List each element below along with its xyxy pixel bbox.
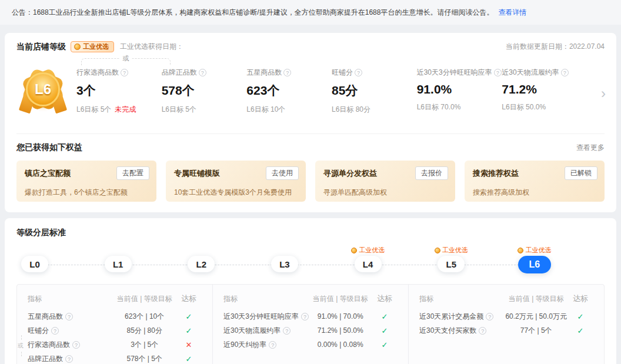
level-metrics: 或 行家选商品数? 3个 L6目标 5个未完成 品牌正品数? 578个 L6目标… bbox=[76, 68, 587, 115]
benefit-title: 寻源单分发权益 bbox=[323, 169, 377, 178]
header-metric: 指标 bbox=[28, 294, 113, 304]
benefits-more-link[interactable]: 查看更多 bbox=[576, 143, 605, 153]
table-row: 近30天累计交易金额? 60.2万元 | 50.0万元 ✓ bbox=[419, 309, 593, 323]
medal-icon bbox=[518, 248, 523, 253]
benefit-card-search-recommend: 搜索推荐权益 已解锁 搜索推荐高级加权 bbox=[465, 161, 605, 202]
table-row: 旺铺分? 85分 | 80分 ✓ bbox=[28, 323, 202, 338]
benefit-action-unlocked-button[interactable]: 已解锁 bbox=[565, 166, 597, 180]
question-icon[interactable]: ? bbox=[486, 313, 493, 320]
question-icon[interactable]: ? bbox=[479, 327, 486, 335]
header-pass: 达标 bbox=[176, 293, 202, 304]
table-row: 品牌正品数? 578个 | 5个 ✓ bbox=[28, 352, 202, 364]
benefit-card-shop-template: 专属旺铺模版 去使用 10套工业优选专属模版3个月免费使用 bbox=[166, 161, 306, 202]
level-pill-l3[interactable]: L3 bbox=[271, 256, 298, 272]
benefit-action-quote-button[interactable]: 去报价 bbox=[415, 166, 448, 180]
level-pill-l1[interactable]: L1 bbox=[105, 256, 132, 272]
metric-target: L6目标 5个 bbox=[76, 105, 111, 113]
header-metric: 指标 bbox=[419, 294, 505, 304]
level-pill-l5[interactable]: L5 bbox=[438, 256, 465, 272]
level-item-l6: 工业优选 L6 bbox=[516, 245, 553, 273]
benefit-desc: 爆款打造工具，6个镇店之宝配额 bbox=[25, 188, 148, 198]
level-medal: L6 bbox=[20, 68, 66, 118]
benefit-title: 专属旺铺模版 bbox=[174, 169, 220, 178]
question-icon[interactable]: ? bbox=[121, 69, 128, 76]
industry-select-label: 工业优选 bbox=[525, 246, 551, 255]
benefit-title: 镇店之宝配额 bbox=[25, 169, 71, 178]
announcement-text: 公告：1688工业品行业全新推出店铺L等级分层体系，构建商家权益和店铺诊断/提升… bbox=[12, 8, 493, 18]
check-icon: ✓ bbox=[567, 326, 593, 335]
or-connector: 或 bbox=[81, 58, 171, 65]
benefit-action-configure-button[interactable]: 去配置 bbox=[116, 166, 149, 180]
level-pills: L0 L1 L2 L3 工业优选 L4 工业优选 L5 bbox=[16, 245, 553, 273]
metric-label: 近30天3分钟旺旺响应率 bbox=[417, 68, 492, 78]
header-value: 当前值 | 等级目标 bbox=[309, 294, 372, 304]
metric-expert-products: 行家选商品数? 3个 L6目标 5个未完成 bbox=[76, 68, 162, 115]
table-header-row: 指标 当前值 | 等级目标 达标 bbox=[28, 292, 202, 306]
check-icon: ✓ bbox=[567, 312, 593, 321]
metric-label: 旺铺分 bbox=[332, 68, 353, 78]
question-icon[interactable]: ? bbox=[65, 313, 73, 320]
level-pill-l0[interactable]: L0 bbox=[21, 256, 48, 272]
table-row: 近30天物流履约率? 71.2% | 50.0% ✓ bbox=[223, 323, 398, 338]
level-pill-l4[interactable]: L4 bbox=[355, 256, 382, 272]
level-pill-l2[interactable]: L2 bbox=[188, 256, 215, 272]
benefit-card-sourcing-dispatch: 寻源单分发权益 去报价 寻源单匹配高级加权 bbox=[315, 161, 455, 202]
metric-value: 578个 bbox=[162, 82, 247, 99]
industry-select-label: 工业优选 bbox=[359, 246, 385, 255]
cross-icon: ✕ bbox=[176, 340, 202, 349]
level-item-l0: L0 bbox=[16, 245, 53, 273]
metric-label: 品牌正品数 bbox=[162, 68, 197, 78]
chevron-right-icon[interactable]: › bbox=[601, 86, 606, 101]
industry-select-label: 工业优选 bbox=[442, 246, 468, 255]
announcement-detail-link[interactable]: 查看详情 bbox=[498, 8, 526, 18]
metric-target: L6目标 80分 bbox=[332, 105, 370, 113]
question-icon[interactable]: ? bbox=[65, 355, 73, 363]
check-icon: ✓ bbox=[176, 326, 202, 335]
question-icon[interactable]: ? bbox=[561, 69, 569, 76]
question-icon[interactable]: ? bbox=[494, 69, 502, 76]
tier-standards-title: 等级分层标准 bbox=[16, 228, 605, 238]
benefit-card-treasure-quota: 镇店之宝配额 去配置 爆款打造工具，6个镇店之宝配额 bbox=[16, 161, 156, 202]
medal-icon bbox=[435, 248, 440, 253]
question-icon[interactable]: ? bbox=[199, 69, 206, 76]
question-icon[interactable]: ? bbox=[355, 69, 362, 76]
question-icon[interactable]: ? bbox=[269, 341, 276, 349]
question-icon[interactable]: ? bbox=[301, 313, 309, 320]
obtain-date-label: 工业优选获得日期： bbox=[120, 42, 183, 52]
metric-target: L6目标 10个 bbox=[246, 105, 285, 113]
medal-level-text: L6 bbox=[35, 81, 51, 98]
header-pass: 达标 bbox=[372, 293, 398, 304]
level-item-l4: 工业优选 L4 bbox=[350, 245, 386, 273]
table-row: 近30天支付买家数? 77个 | 5个 ✓ bbox=[419, 323, 593, 338]
benefit-desc: 搜索推荐高级加权 bbox=[473, 188, 596, 198]
level-pill-l6-active[interactable]: L6 bbox=[518, 256, 551, 273]
metric-label: 行家选商品数 bbox=[76, 68, 119, 78]
metric-value: 85分 bbox=[332, 82, 417, 99]
header-value: 当前值 | 等级目标 bbox=[505, 294, 567, 304]
level-track: L0 L1 L2 L3 工业优选 L4 工业优选 L5 bbox=[16, 245, 605, 276]
metric-brand-products: 品牌正品数? 578个 L6目标 5个 bbox=[162, 68, 247, 115]
question-icon[interactable]: ? bbox=[51, 327, 59, 335]
level-item-l1: L1 bbox=[100, 245, 136, 273]
header-metric: 指标 bbox=[223, 294, 309, 304]
table-row: 行家选商品数? 3个 | 5个 ✕ bbox=[28, 338, 202, 352]
check-icon: ✓ bbox=[372, 312, 398, 321]
metric-target: L6目标 70.0% bbox=[417, 103, 461, 111]
criteria-group-service: 指标 当前值 | 等级目标 达标 近30天3分钟旺旺响应率? 91.0% | 7… bbox=[212, 285, 408, 364]
metric-shop-score: 旺铺分? 85分 L6目标 80分 bbox=[332, 68, 417, 115]
criteria-group-trade: 指标 当前值 | 等级目标 达标 近30天累计交易金额? 60.2万元 | 50… bbox=[408, 285, 604, 364]
metric-five-star-products: 五星商品数? 623个 L6目标 10个 bbox=[246, 68, 332, 115]
current-level-header: 当前店铺等级 工业优选 工业优选获得日期： 当前数据更新日期：2022.07.0… bbox=[16, 41, 605, 52]
benefit-action-use-button[interactable]: 去使用 bbox=[266, 166, 299, 180]
metric-label: 近30天物流履约率 bbox=[502, 68, 559, 78]
question-icon[interactable]: ? bbox=[72, 341, 80, 349]
metric-logistics-rate: 近30天物流履约率? 71.2% L6目标 50.0% bbox=[502, 68, 587, 115]
criteria-group-products: 指标 当前值 | 等级目标 达标 五星商品数? 623个 | 10个 ✓ 旺铺分… bbox=[17, 285, 212, 364]
level-item-l3: L3 bbox=[266, 245, 303, 273]
question-icon[interactable]: ? bbox=[283, 69, 291, 76]
benefit-desc: 寻源单匹配高级加权 bbox=[323, 188, 447, 198]
metric-value: 91.0% bbox=[417, 82, 502, 96]
current-level-card: 当前店铺等级 工业优选 工业优选获得日期： 当前数据更新日期：2022.07.0… bbox=[5, 33, 616, 212]
table-row: 五星商品数? 623个 | 10个 ✓ bbox=[28, 309, 202, 323]
question-icon[interactable]: ? bbox=[283, 327, 291, 335]
